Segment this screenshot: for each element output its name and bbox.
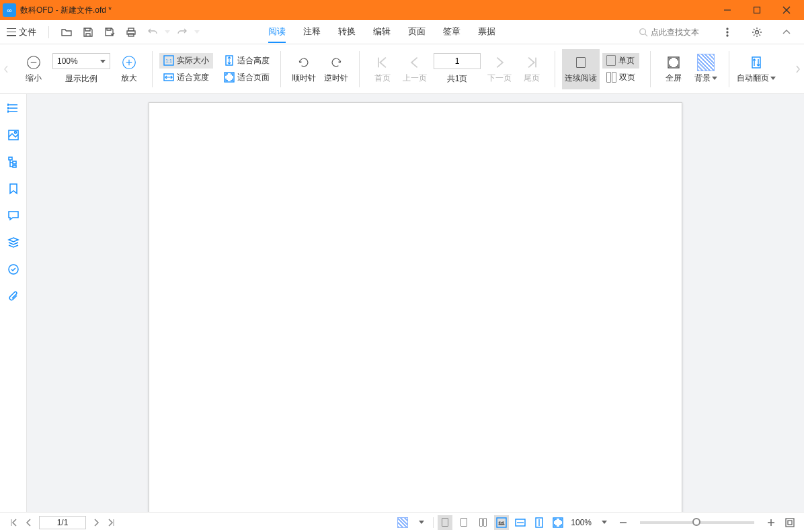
svg-rect-57 — [788, 521, 792, 525]
open-button[interactable] — [58, 24, 75, 40]
first-page-button[interactable]: 首页 — [366, 49, 399, 89]
svg-point-36 — [7, 111, 9, 112]
slider-thumb[interactable] — [692, 518, 700, 526]
svg-text:1:1: 1:1 — [499, 521, 505, 525]
print-button[interactable] — [123, 24, 139, 40]
next-page-button[interactable]: 下一页 — [483, 49, 516, 89]
zoom-out-button[interactable]: 缩小 — [17, 49, 50, 89]
prev-page-button[interactable]: 上一页 — [399, 49, 431, 89]
double-page-button[interactable]: 双页 — [602, 70, 639, 85]
svg-point-9 — [727, 28, 728, 30]
fit-height-button[interactable]: 适合高度 — [220, 53, 274, 69]
sb-bg-dropdown[interactable] — [414, 521, 429, 524]
sb-fit-page-button[interactable] — [551, 515, 565, 530]
tab-annotate[interactable]: 注释 — [303, 21, 321, 43]
sb-continuous-button[interactable] — [438, 515, 452, 530]
search-input[interactable] — [651, 28, 705, 37]
sb-fit-width-button[interactable] — [513, 515, 528, 530]
sb-single-page-button[interactable] — [456, 515, 471, 530]
svg-point-7 — [640, 28, 646, 34]
redo-button[interactable] — [174, 24, 190, 40]
rotate-clockwise-button[interactable]: 顺时针 — [288, 49, 320, 89]
rotate-counterclockwise-button[interactable]: 逆时针 — [320, 49, 352, 89]
file-menu-button[interactable]: 文件 — [7, 26, 36, 38]
collapse-ribbon-button[interactable] — [778, 24, 795, 40]
last-page-button[interactable]: 尾页 — [516, 49, 548, 89]
bookmark-panel-button[interactable] — [7, 183, 19, 195]
sb-zoom-slider[interactable] — [640, 521, 754, 524]
ribbon-scroll-right[interactable] — [792, 44, 804, 93]
close-button[interactable] — [772, 0, 801, 20]
zoom-select[interactable]: 100% — [52, 53, 110, 69]
tab-sign[interactable]: 签章 — [443, 21, 460, 43]
tab-convert[interactable]: 转换 — [338, 21, 356, 43]
sb-last-page[interactable] — [104, 519, 118, 527]
sb-page-input[interactable]: 1/1 — [39, 516, 86, 529]
document-canvas[interactable] — [27, 94, 804, 512]
sb-prev-page[interactable] — [22, 519, 36, 527]
svg-rect-28 — [752, 57, 760, 68]
svg-rect-40 — [13, 161, 16, 164]
redo-dropdown[interactable] — [193, 24, 201, 40]
sb-zoom-in[interactable] — [764, 515, 778, 530]
sb-next-page[interactable] — [89, 519, 104, 527]
comment-panel-button[interactable] — [7, 210, 19, 222]
continuous-reading-button[interactable]: 连续阅读 — [562, 49, 600, 89]
auto-flip-button[interactable]: 自动翻页 — [736, 49, 776, 89]
tab-read[interactable]: 阅读 — [268, 21, 286, 43]
single-page-button[interactable]: 单页 — [602, 53, 639, 69]
sb-actual-size-button[interactable]: 1:1 — [494, 515, 509, 530]
fullscreen-button[interactable]: 全屏 — [657, 49, 690, 89]
structure-panel-button[interactable] — [7, 156, 19, 168]
svg-point-35 — [7, 107, 9, 109]
svg-rect-41 — [13, 165, 16, 167]
svg-rect-6 — [128, 34, 134, 36]
sb-double-page-button[interactable] — [475, 515, 490, 530]
titlebar: ∞ 数科OFD - 新建文件.ofd * — [0, 0, 804, 20]
search-box[interactable] — [639, 28, 705, 37]
page-total-label: 共1页 — [447, 73, 468, 85]
save-as-button[interactable] — [102, 24, 118, 40]
side-panel — [0, 94, 27, 512]
main-area — [0, 94, 804, 512]
more-button[interactable] — [719, 24, 735, 40]
maximize-button[interactable] — [742, 0, 772, 20]
layers-panel-button[interactable] — [7, 236, 19, 249]
document-page — [149, 102, 682, 512]
sb-background-button[interactable] — [395, 515, 410, 530]
svg-point-10 — [727, 32, 728, 33]
sb-zoom-dropdown[interactable] — [597, 521, 612, 524]
minimize-button[interactable] — [713, 0, 742, 20]
outline-panel-button[interactable] — [7, 102, 19, 114]
signature-panel-button[interactable] — [7, 263, 19, 275]
svg-point-11 — [727, 35, 728, 36]
attachment-panel-button[interactable] — [7, 290, 19, 302]
sb-first-page[interactable] — [7, 519, 22, 527]
save-button[interactable] — [80, 24, 96, 40]
tab-page[interactable]: 页面 — [408, 21, 426, 43]
tab-edit[interactable]: 编辑 — [373, 21, 391, 43]
sb-fullscreen-button[interactable] — [782, 515, 797, 530]
ribbon-scroll-left[interactable] — [0, 44, 12, 93]
svg-text:1:1: 1:1 — [165, 58, 172, 63]
svg-point-38 — [14, 132, 16, 134]
thumbnail-panel-button[interactable] — [7, 129, 19, 141]
fit-width-button[interactable]: 适合宽度 — [159, 70, 213, 85]
fit-page-button[interactable]: 适合页面 — [220, 70, 274, 85]
dropdown-icon — [100, 60, 106, 63]
background-button[interactable]: 背景 — [690, 49, 722, 89]
app-logo-icon: ∞ — [3, 3, 16, 17]
menubar: 文件 阅读 注释 转换 编辑 页面 签章 票据 — [0, 20, 804, 44]
gear-icon — [752, 27, 762, 38]
sb-fit-height-button[interactable] — [532, 515, 547, 530]
undo-dropdown[interactable] — [163, 24, 171, 40]
settings-button[interactable] — [749, 24, 765, 40]
undo-button[interactable] — [145, 24, 161, 40]
window-title: 数科OFD - 新建文件.ofd * — [20, 5, 112, 16]
page-number-input[interactable] — [434, 53, 481, 69]
tab-bill[interactable]: 票据 — [478, 21, 495, 43]
sb-zoom-out[interactable] — [616, 515, 631, 530]
zoom-in-button[interactable]: 放大 — [113, 49, 145, 89]
svg-marker-42 — [9, 238, 18, 242]
actual-size-button[interactable]: 1:1实际大小 — [159, 53, 213, 69]
